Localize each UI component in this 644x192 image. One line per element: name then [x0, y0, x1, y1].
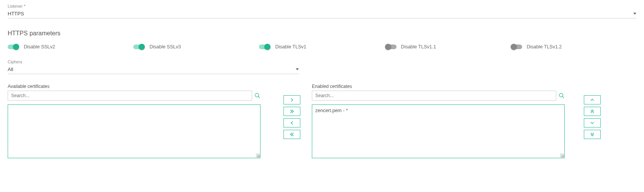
toggle-label: Disable TLSv1 — [275, 44, 306, 50]
search-icon[interactable] — [559, 93, 565, 99]
available-listbox[interactable] — [8, 104, 261, 158]
move-buttons — [261, 84, 312, 139]
enabled-search-input[interactable] — [312, 91, 556, 101]
chevron-double-down-icon — [590, 132, 594, 137]
enabled-column: Enabled certificates zencert.pem - * — [312, 84, 565, 158]
toggle-disable-sslv2: Disable SSLv2 — [8, 44, 133, 50]
toggle-label: Disable SSLv2 — [24, 44, 55, 50]
toggle-row: Disable SSLv2 Disable SSLv3 Disable TLSv… — [8, 44, 636, 50]
enabled-listbox[interactable]: zencert.pem - * — [312, 104, 565, 158]
svg-point-2 — [559, 93, 563, 97]
switch-disable-tlsv1[interactable] — [259, 44, 270, 50]
available-search-input[interactable] — [8, 91, 252, 101]
listener-value: HTTPS — [8, 11, 24, 17]
move-left-all-button[interactable] — [283, 130, 300, 139]
available-search-row — [8, 91, 261, 101]
move-right-button[interactable] — [283, 95, 300, 104]
listener-label: Listener * — [8, 4, 636, 8]
ciphers-value: All — [8, 66, 13, 72]
toggle-disable-sslv3: Disable SSLv3 — [133, 44, 259, 50]
ciphers-field: Ciphers All — [8, 60, 299, 74]
chevron-up-icon — [590, 98, 594, 102]
move-bottom-button[interactable] — [584, 130, 601, 139]
chevron-double-up-icon — [590, 109, 594, 114]
toggle-disable-tlsv1: Disable TLSv1 — [259, 44, 385, 50]
toggle-label: Disable TLSv1.1 — [401, 44, 436, 50]
dropdown-caret-icon — [296, 68, 299, 70]
toggle-disable-tlsv12: Disable TLSv1.2 — [511, 44, 636, 50]
listener-field: Listener * HTTPS — [8, 4, 636, 18]
svg-line-1 — [258, 96, 260, 98]
certificate-dual-list: Available certificates Enabled certifica… — [8, 84, 636, 158]
move-left-button[interactable] — [283, 118, 300, 127]
toggle-label: Disable SSLv3 — [149, 44, 181, 50]
available-column: Available certificates — [8, 84, 261, 158]
enabled-search-row — [312, 91, 565, 101]
reorder-buttons — [565, 84, 601, 139]
toggle-disable-tlsv11: Disable TLSv1.1 — [385, 44, 511, 50]
enabled-label: Enabled certificates — [312, 84, 565, 89]
search-icon[interactable] — [254, 93, 261, 99]
switch-disable-tlsv11[interactable] — [385, 44, 397, 50]
chevron-right-icon — [290, 98, 294, 102]
chevron-down-icon — [590, 121, 594, 125]
dropdown-caret-icon — [633, 13, 636, 15]
available-label: Available certificates — [8, 84, 261, 89]
switch-disable-sslv3[interactable] — [133, 44, 145, 50]
move-top-button[interactable] — [584, 107, 601, 116]
move-down-button[interactable] — [584, 118, 601, 127]
move-up-button[interactable] — [584, 95, 601, 104]
ciphers-label: Ciphers — [8, 60, 299, 64]
switch-disable-sslv2[interactable] — [8, 44, 19, 50]
listener-select[interactable]: HTTPS — [8, 9, 636, 18]
chevron-double-right-icon — [290, 109, 294, 113]
chevron-double-left-icon — [290, 132, 294, 136]
switch-disable-tlsv12[interactable] — [511, 44, 522, 50]
toggle-label: Disable TLSv1.2 — [527, 44, 562, 50]
chevron-left-icon — [290, 121, 294, 125]
svg-point-0 — [255, 93, 259, 97]
svg-line-3 — [562, 96, 564, 98]
ciphers-select[interactable]: All — [8, 65, 299, 74]
section-title: HTTPS parameters — [8, 30, 636, 37]
move-right-all-button[interactable] — [283, 107, 300, 116]
list-item[interactable]: zencert.pem - * — [315, 107, 562, 114]
